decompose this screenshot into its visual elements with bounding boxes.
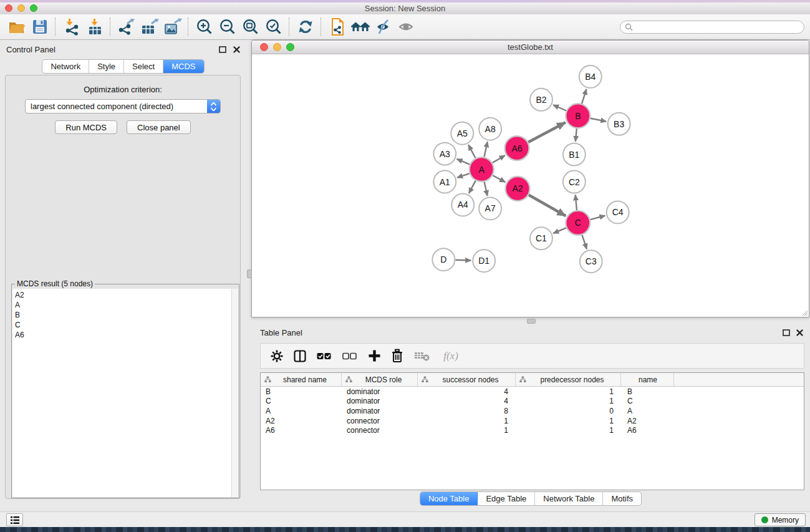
apply-function-button[interactable]: f(x) xyxy=(440,348,462,364)
hide-view-button[interactable] xyxy=(372,16,395,38)
open-session-button[interactable] xyxy=(5,16,28,38)
edge-A-A6[interactable] xyxy=(493,155,505,163)
node-B3[interactable]: B3 xyxy=(608,113,630,135)
delete-table-button[interactable] xyxy=(413,348,432,364)
result-item[interactable]: A6 xyxy=(12,330,232,340)
mcds-result-list[interactable]: A2ABCA6 xyxy=(12,289,232,497)
table-row[interactable]: Adominator80A xyxy=(261,406,804,416)
float-table-panel-button[interactable] xyxy=(781,328,791,337)
column-header[interactable]: predecessor nodes xyxy=(516,373,621,386)
result-scrollbar[interactable] xyxy=(231,289,238,497)
close-panel-button[interactable] xyxy=(231,45,241,54)
column-header[interactable]: MCDS role xyxy=(342,373,418,386)
edge-B-B3[interactable] xyxy=(591,118,606,122)
column-header[interactable]: shared name xyxy=(261,373,342,386)
export-network-button[interactable] xyxy=(115,16,138,38)
edge-C-C1[interactable] xyxy=(553,228,566,233)
edge-B-B1[interactable] xyxy=(576,128,577,142)
node-table[interactable]: shared nameMCDS rolesuccessor nodesprede… xyxy=(260,372,804,490)
node-B1[interactable]: B1 xyxy=(563,143,586,166)
memory-button[interactable]: Memory xyxy=(755,513,806,526)
result-item[interactable]: C xyxy=(12,320,232,330)
node-C2[interactable]: C2 xyxy=(563,171,586,193)
import-table-button[interactable] xyxy=(83,16,106,38)
node-B2[interactable]: B2 xyxy=(530,89,552,111)
result-item[interactable]: A2 xyxy=(12,290,232,300)
node-A4[interactable]: A4 xyxy=(451,193,474,216)
tab-network[interactable]: Network xyxy=(42,60,89,73)
node-A1[interactable]: A1 xyxy=(433,171,456,193)
edge-A-A2[interactable] xyxy=(493,175,505,182)
node-B[interactable]: B xyxy=(566,104,590,128)
node-C1[interactable]: C1 xyxy=(530,227,552,249)
task-history-button[interactable] xyxy=(6,513,23,526)
tab-network-table[interactable]: Network Table xyxy=(535,492,603,505)
node-A5[interactable]: A5 xyxy=(451,122,473,145)
node-D[interactable]: D xyxy=(432,248,455,271)
tab-edge-table[interactable]: Edge Table xyxy=(478,492,535,505)
node-C4[interactable]: C4 xyxy=(607,201,629,223)
save-session-button[interactable] xyxy=(28,16,51,38)
network-hscroll-thumb[interactable] xyxy=(527,319,536,324)
node-A6[interactable]: A6 xyxy=(505,136,529,160)
edge-A-A5[interactable] xyxy=(468,145,475,158)
table-row[interactable]: A6connector11A6 xyxy=(261,425,804,435)
edge-B-B2[interactable] xyxy=(553,105,566,110)
node-A7[interactable]: A7 xyxy=(479,197,501,220)
apply-layout-button[interactable] xyxy=(294,16,317,38)
deselect-all-rows-button[interactable] xyxy=(341,348,359,364)
edge-D-D1[interactable] xyxy=(455,260,471,261)
node-C[interactable]: C xyxy=(566,211,590,235)
edge-C-C4[interactable] xyxy=(591,216,605,220)
edge-B-B4[interactable] xyxy=(582,89,586,104)
node-A8[interactable]: A8 xyxy=(479,118,501,140)
close-table-panel-button[interactable] xyxy=(794,328,804,337)
node-D1[interactable]: D1 xyxy=(473,249,495,272)
node-A3[interactable]: A3 xyxy=(433,143,456,165)
edge-A2-C[interactable] xyxy=(529,195,566,216)
column-header[interactable]: successor nodes xyxy=(418,373,516,386)
run-mcds-button[interactable]: Run MCDS xyxy=(55,120,117,134)
node-A[interactable]: A xyxy=(470,157,494,181)
tab-style[interactable]: Style xyxy=(89,60,124,73)
column-visibility-button[interactable] xyxy=(292,348,307,364)
zoom-in-button[interactable] xyxy=(193,16,216,38)
edge-A-A4[interactable] xyxy=(469,181,476,193)
node-C3[interactable]: C3 xyxy=(580,250,602,273)
result-item[interactable]: A xyxy=(12,300,232,310)
table-row[interactable]: Bdominator41B xyxy=(261,387,804,397)
tab-select[interactable]: Select xyxy=(124,60,163,73)
export-table-button[interactable] xyxy=(138,16,161,38)
network-window-titlebar[interactable]: testGlobe.txt xyxy=(252,41,809,54)
edge-A-A7[interactable] xyxy=(485,182,488,196)
node-B4[interactable]: B4 xyxy=(579,65,602,88)
close-mcds-panel-button[interactable]: Close panel xyxy=(127,120,191,134)
table-settings-button[interactable] xyxy=(269,348,284,364)
home-views-button[interactable] xyxy=(349,16,372,38)
clone-network-button[interactable] xyxy=(325,16,349,38)
column-header[interactable]: name xyxy=(621,373,674,386)
network-canvas[interactable]: B4B2BB3A8A5A6A3B1AA1C2A2A4A7C4CC1C3DD1 xyxy=(252,54,809,317)
edge-A-A1[interactable] xyxy=(457,173,470,178)
tab-node-table[interactable]: Node Table xyxy=(420,492,478,505)
table-row[interactable]: Cdominator41C xyxy=(261,397,804,407)
app-titlebar[interactable]: Session: New Session xyxy=(0,2,810,15)
edge-C-C3[interactable] xyxy=(582,235,587,249)
import-network-button[interactable] xyxy=(60,16,83,38)
network-graph[interactable]: B4B2BB3A8A5A6A3B1AA1C2A2A4A7C4CC1C3DD1 xyxy=(252,54,809,317)
edge-C-C2[interactable] xyxy=(576,195,577,210)
zoom-selected-button[interactable] xyxy=(262,16,285,38)
float-panel-button[interactable] xyxy=(218,45,228,54)
tab-mcds[interactable]: MCDS xyxy=(163,60,203,73)
select-all-rows-button[interactable] xyxy=(316,348,333,364)
network-vscroll-thumb[interactable] xyxy=(247,269,252,278)
add-column-button[interactable] xyxy=(367,348,382,364)
preview-button[interactable] xyxy=(395,16,418,38)
node-A2[interactable]: A2 xyxy=(506,177,530,201)
criterion-select[interactable]: largest connected component (directed) xyxy=(25,99,221,114)
export-image-button[interactable] xyxy=(161,16,184,38)
zoom-out-button[interactable] xyxy=(216,16,239,38)
search-input[interactable] xyxy=(633,22,804,31)
session-search[interactable] xyxy=(620,21,804,34)
zoom-fit-button[interactable] xyxy=(239,16,262,38)
